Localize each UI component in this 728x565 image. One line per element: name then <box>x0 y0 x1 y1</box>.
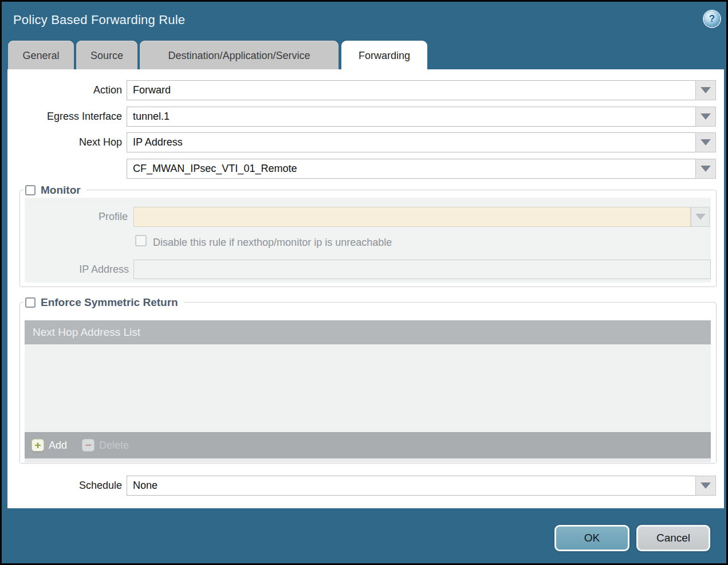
chevron-down-icon <box>701 166 711 172</box>
action-select[interactable] <box>127 80 696 100</box>
chevron-down-icon <box>701 139 711 146</box>
chevron-down-icon <box>701 482 711 489</box>
add-icon: + <box>32 439 44 452</box>
tab-source[interactable]: Source <box>76 41 137 69</box>
chevron-down-icon <box>701 113 711 120</box>
ok-button[interactable]: OK <box>554 525 629 551</box>
delete-button[interactable]: − Delete <box>82 439 129 452</box>
delete-button-label: Delete <box>99 440 129 452</box>
monitor-ip-address-input <box>133 260 711 279</box>
next-hop-address-list-footer: + Add − Delete <box>25 432 711 458</box>
tab-forwarding[interactable]: Forwarding <box>341 41 427 69</box>
disable-rule-checkbox <box>135 235 147 246</box>
monitor-group-title: Monitor <box>41 184 81 197</box>
schedule-dropdown-button[interactable] <box>695 476 716 496</box>
disable-rule-label: Disable this rule if nexthop/monitor ip … <box>153 237 392 249</box>
next-hop-label: Next Hop <box>13 136 122 148</box>
next-hop-type-dropdown-button[interactable] <box>695 132 716 152</box>
egress-interface-select[interactable] <box>127 107 696 127</box>
action-label: Action <box>13 84 122 96</box>
window-title: Policy Based Forwarding Rule <box>13 13 185 28</box>
list-bottom-strip <box>25 458 711 462</box>
policy-based-forwarding-dialog: Policy Based Forwarding Rule ? General S… <box>0 0 728 565</box>
tab-general[interactable]: General <box>8 41 74 69</box>
delete-icon: − <box>82 439 95 452</box>
chevron-down-icon <box>701 87 711 93</box>
cancel-button[interactable]: Cancel <box>636 525 710 551</box>
monitor-checkbox[interactable] <box>25 185 36 195</box>
schedule-select[interactable] <box>127 476 696 496</box>
profile-label: Profile <box>13 211 128 223</box>
next-hop-address-list-body[interactable] <box>25 344 711 432</box>
symmetric-return-group-title: Enforce Symmetric Return <box>41 296 178 309</box>
tab-destination-application-service[interactable]: Destination/Application/Service <box>140 41 339 69</box>
profile-dropdown-button <box>691 207 710 227</box>
next-hop-address-select[interactable] <box>127 159 696 179</box>
next-hop-address-dropdown-button[interactable] <box>695 159 716 179</box>
symmetric-return-checkbox[interactable] <box>25 297 36 308</box>
help-icon[interactable]: ? <box>704 11 720 27</box>
action-dropdown-button[interactable] <box>695 80 716 100</box>
next-hop-address-list-header: Next Hop Address List <box>25 320 711 344</box>
egress-interface-dropdown-button[interactable] <box>695 107 716 127</box>
add-button[interactable]: + Add <box>32 439 67 452</box>
egress-interface-label: Egress Interface <box>13 111 122 123</box>
symmetric-return-legend: Enforce Symmetric Return <box>23 296 184 309</box>
monitor-legend: Monitor <box>23 183 86 197</box>
next-hop-type-select[interactable] <box>127 132 696 152</box>
profile-select <box>133 207 691 227</box>
monitor-ip-address-label: IP Address <box>13 264 129 276</box>
schedule-label: Schedule <box>13 480 122 492</box>
add-button-label: Add <box>49 440 67 452</box>
chevron-down-icon <box>695 214 706 220</box>
